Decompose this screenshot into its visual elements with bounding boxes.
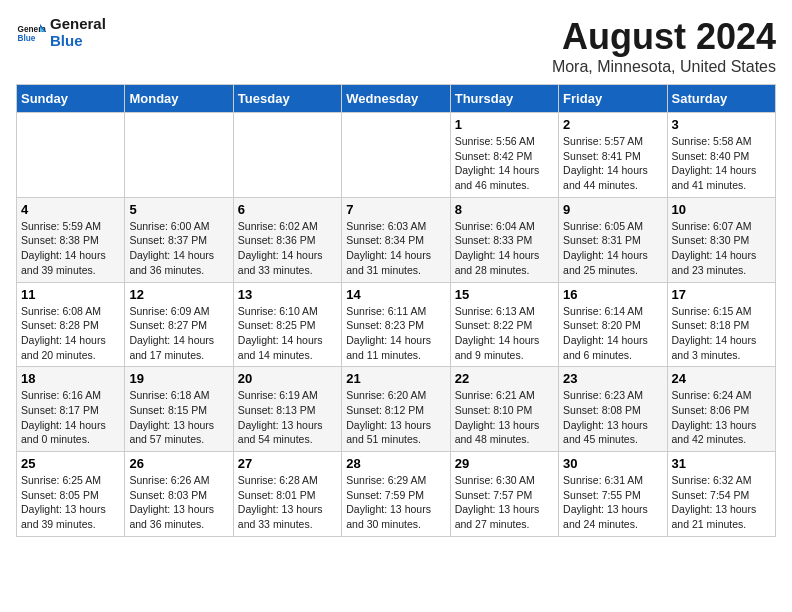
logo-blue: Blue: [50, 33, 106, 50]
day-info: Sunrise: 6:00 AM Sunset: 8:37 PM Dayligh…: [129, 219, 228, 278]
day-info: Sunrise: 6:05 AM Sunset: 8:31 PM Dayligh…: [563, 219, 662, 278]
day-number: 30: [563, 456, 662, 471]
day-info: Sunrise: 5:57 AM Sunset: 8:41 PM Dayligh…: [563, 134, 662, 193]
day-number: 2: [563, 117, 662, 132]
svg-text:Blue: Blue: [18, 33, 36, 42]
day-number: 26: [129, 456, 228, 471]
calendar-cell: 16Sunrise: 6:14 AM Sunset: 8:20 PM Dayli…: [559, 282, 667, 367]
day-number: 11: [21, 287, 120, 302]
calendar-cell: 26Sunrise: 6:26 AM Sunset: 8:03 PM Dayli…: [125, 452, 233, 537]
day-info: Sunrise: 6:21 AM Sunset: 8:10 PM Dayligh…: [455, 388, 554, 447]
logo: General Blue General Blue: [16, 16, 106, 49]
calendar-cell: 2Sunrise: 5:57 AM Sunset: 8:41 PM Daylig…: [559, 113, 667, 198]
calendar-cell: 28Sunrise: 6:29 AM Sunset: 7:59 PM Dayli…: [342, 452, 450, 537]
day-info: Sunrise: 6:14 AM Sunset: 8:20 PM Dayligh…: [563, 304, 662, 363]
week-row-4: 18Sunrise: 6:16 AM Sunset: 8:17 PM Dayli…: [17, 367, 776, 452]
week-row-5: 25Sunrise: 6:25 AM Sunset: 8:05 PM Dayli…: [17, 452, 776, 537]
day-number: 1: [455, 117, 554, 132]
day-info: Sunrise: 6:24 AM Sunset: 8:06 PM Dayligh…: [672, 388, 771, 447]
day-number: 29: [455, 456, 554, 471]
calendar-cell: 21Sunrise: 6:20 AM Sunset: 8:12 PM Dayli…: [342, 367, 450, 452]
page-title: August 2024: [552, 16, 776, 58]
day-info: Sunrise: 5:59 AM Sunset: 8:38 PM Dayligh…: [21, 219, 120, 278]
calendar-cell: 15Sunrise: 6:13 AM Sunset: 8:22 PM Dayli…: [450, 282, 558, 367]
header-row: SundayMondayTuesdayWednesdayThursdayFrid…: [17, 85, 776, 113]
calendar-table: SundayMondayTuesdayWednesdayThursdayFrid…: [16, 84, 776, 537]
header-cell-saturday: Saturday: [667, 85, 775, 113]
calendar-cell: 25Sunrise: 6:25 AM Sunset: 8:05 PM Dayli…: [17, 452, 125, 537]
day-number: 23: [563, 371, 662, 386]
day-info: Sunrise: 5:58 AM Sunset: 8:40 PM Dayligh…: [672, 134, 771, 193]
week-row-2: 4Sunrise: 5:59 AM Sunset: 8:38 PM Daylig…: [17, 197, 776, 282]
day-number: 19: [129, 371, 228, 386]
header-cell-monday: Monday: [125, 85, 233, 113]
day-number: 9: [563, 202, 662, 217]
day-number: 24: [672, 371, 771, 386]
page-subtitle: Mora, Minnesota, United States: [552, 58, 776, 76]
calendar-cell: 7Sunrise: 6:03 AM Sunset: 8:34 PM Daylig…: [342, 197, 450, 282]
calendar-cell: 12Sunrise: 6:09 AM Sunset: 8:27 PM Dayli…: [125, 282, 233, 367]
calendar-cell: 24Sunrise: 6:24 AM Sunset: 8:06 PM Dayli…: [667, 367, 775, 452]
day-number: 4: [21, 202, 120, 217]
header-cell-tuesday: Tuesday: [233, 85, 341, 113]
week-row-1: 1Sunrise: 5:56 AM Sunset: 8:42 PM Daylig…: [17, 113, 776, 198]
day-number: 5: [129, 202, 228, 217]
calendar-cell: 29Sunrise: 6:30 AM Sunset: 7:57 PM Dayli…: [450, 452, 558, 537]
logo-icon: General Blue: [16, 21, 46, 45]
calendar-cell: 5Sunrise: 6:00 AM Sunset: 8:37 PM Daylig…: [125, 197, 233, 282]
calendar-cell: 17Sunrise: 6:15 AM Sunset: 8:18 PM Dayli…: [667, 282, 775, 367]
calendar-header: SundayMondayTuesdayWednesdayThursdayFrid…: [17, 85, 776, 113]
calendar-cell: [233, 113, 341, 198]
day-info: Sunrise: 6:19 AM Sunset: 8:13 PM Dayligh…: [238, 388, 337, 447]
day-info: Sunrise: 6:16 AM Sunset: 8:17 PM Dayligh…: [21, 388, 120, 447]
day-info: Sunrise: 6:30 AM Sunset: 7:57 PM Dayligh…: [455, 473, 554, 532]
calendar-cell: 20Sunrise: 6:19 AM Sunset: 8:13 PM Dayli…: [233, 367, 341, 452]
calendar-cell: 18Sunrise: 6:16 AM Sunset: 8:17 PM Dayli…: [17, 367, 125, 452]
day-number: 8: [455, 202, 554, 217]
day-number: 15: [455, 287, 554, 302]
day-info: Sunrise: 6:09 AM Sunset: 8:27 PM Dayligh…: [129, 304, 228, 363]
day-info: Sunrise: 5:56 AM Sunset: 8:42 PM Dayligh…: [455, 134, 554, 193]
header: General Blue General Blue August 2024 Mo…: [16, 16, 776, 76]
day-number: 20: [238, 371, 337, 386]
calendar-cell: 22Sunrise: 6:21 AM Sunset: 8:10 PM Dayli…: [450, 367, 558, 452]
calendar-cell: 8Sunrise: 6:04 AM Sunset: 8:33 PM Daylig…: [450, 197, 558, 282]
day-info: Sunrise: 6:13 AM Sunset: 8:22 PM Dayligh…: [455, 304, 554, 363]
calendar-cell: 10Sunrise: 6:07 AM Sunset: 8:30 PM Dayli…: [667, 197, 775, 282]
calendar-cell: 4Sunrise: 5:59 AM Sunset: 8:38 PM Daylig…: [17, 197, 125, 282]
day-number: 13: [238, 287, 337, 302]
calendar-cell: [125, 113, 233, 198]
calendar-cell: 30Sunrise: 6:31 AM Sunset: 7:55 PM Dayli…: [559, 452, 667, 537]
logo-general: General: [50, 16, 106, 33]
day-number: 25: [21, 456, 120, 471]
calendar-cell: 1Sunrise: 5:56 AM Sunset: 8:42 PM Daylig…: [450, 113, 558, 198]
day-info: Sunrise: 6:23 AM Sunset: 8:08 PM Dayligh…: [563, 388, 662, 447]
day-number: 16: [563, 287, 662, 302]
day-number: 18: [21, 371, 120, 386]
day-number: 12: [129, 287, 228, 302]
day-number: 6: [238, 202, 337, 217]
calendar-cell: 23Sunrise: 6:23 AM Sunset: 8:08 PM Dayli…: [559, 367, 667, 452]
day-info: Sunrise: 6:15 AM Sunset: 8:18 PM Dayligh…: [672, 304, 771, 363]
day-info: Sunrise: 6:03 AM Sunset: 8:34 PM Dayligh…: [346, 219, 445, 278]
calendar-cell: 9Sunrise: 6:05 AM Sunset: 8:31 PM Daylig…: [559, 197, 667, 282]
day-number: 28: [346, 456, 445, 471]
day-info: Sunrise: 6:02 AM Sunset: 8:36 PM Dayligh…: [238, 219, 337, 278]
week-row-3: 11Sunrise: 6:08 AM Sunset: 8:28 PM Dayli…: [17, 282, 776, 367]
day-info: Sunrise: 6:11 AM Sunset: 8:23 PM Dayligh…: [346, 304, 445, 363]
calendar-cell: 6Sunrise: 6:02 AM Sunset: 8:36 PM Daylig…: [233, 197, 341, 282]
header-cell-wednesday: Wednesday: [342, 85, 450, 113]
day-number: 10: [672, 202, 771, 217]
day-info: Sunrise: 6:25 AM Sunset: 8:05 PM Dayligh…: [21, 473, 120, 532]
day-info: Sunrise: 6:26 AM Sunset: 8:03 PM Dayligh…: [129, 473, 228, 532]
calendar-cell: 11Sunrise: 6:08 AM Sunset: 8:28 PM Dayli…: [17, 282, 125, 367]
header-cell-thursday: Thursday: [450, 85, 558, 113]
day-number: 17: [672, 287, 771, 302]
day-number: 14: [346, 287, 445, 302]
day-info: Sunrise: 6:28 AM Sunset: 8:01 PM Dayligh…: [238, 473, 337, 532]
day-number: 27: [238, 456, 337, 471]
day-info: Sunrise: 6:29 AM Sunset: 7:59 PM Dayligh…: [346, 473, 445, 532]
day-info: Sunrise: 6:04 AM Sunset: 8:33 PM Dayligh…: [455, 219, 554, 278]
day-info: Sunrise: 6:10 AM Sunset: 8:25 PM Dayligh…: [238, 304, 337, 363]
day-number: 3: [672, 117, 771, 132]
